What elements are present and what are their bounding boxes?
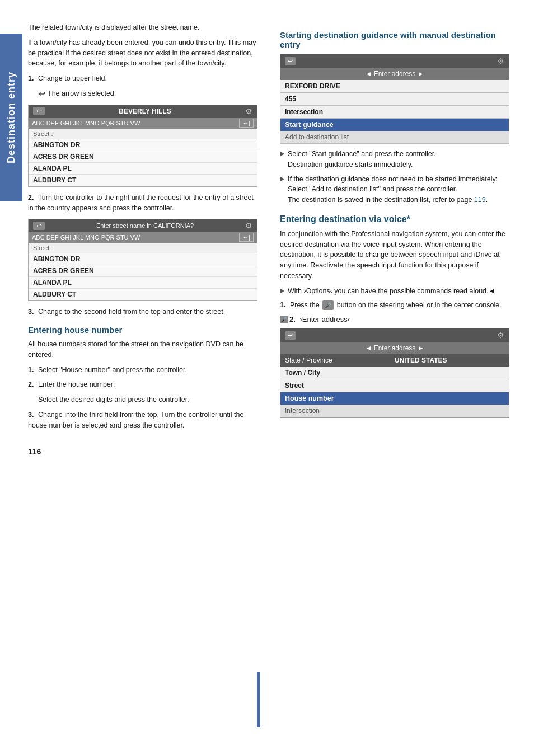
voice-step-1: 1. Press the 🎤 button on the steering wh… — [280, 300, 509, 311]
nav-row-town-city[interactable]: Town / City — [280, 367, 509, 379]
screen-back-btn-1[interactable]: ↩ — [33, 107, 45, 115]
left-column: The related town/city is displayed after… — [28, 22, 269, 456]
keyboard-backspace-1[interactable]: ←| — [239, 119, 254, 128]
nav-screen-2-header: ↩ ⚙ — [280, 328, 509, 342]
intro-p2: If a town/city has already been entered,… — [28, 37, 257, 69]
step-1: 1. Change to upper field. ↩ The arrow is… — [28, 73, 257, 99]
nav-screen-2-center: ◄ Enter address ► — [280, 342, 509, 354]
house-number-steps: 1. Select "House number" and press the c… — [28, 365, 257, 431]
nav-row-intersection[interactable]: Intersection — [280, 106, 509, 119]
screen-list-row-2-0[interactable]: ABINGTON DR — [29, 253, 257, 265]
screen-list-row-2-3[interactable]: ALDBURY CT — [29, 289, 257, 300]
nav-row-house-number[interactable]: House number — [280, 392, 509, 405]
nav-screen-1-header: ↩ ⚙ — [280, 54, 509, 68]
house-step-2: 2. Enter the house number: Select the de… — [28, 379, 257, 405]
options-bullet: With ›Options‹ you can have the possible… — [280, 286, 509, 297]
step-1-arrow-note: ↩ The arrow is selected. — [38, 88, 257, 99]
voice-step-2: 🎤 2. ›Enter address‹ — [280, 315, 509, 323]
step-3: 3. Change to the second field from the t… — [28, 307, 257, 317]
screen-list-row-2-2[interactable]: ALANDA PL — [29, 277, 257, 289]
nav-screen-1-gear[interactable]: ⚙ — [497, 57, 504, 65]
house-step-3: 3. Change into the third field from the … — [28, 410, 257, 431]
screen-widget-1: ↩ BEVERLY HILLS ⚙ ABC DEF GHI JKL MNO PQ… — [28, 105, 257, 187]
screen-street-label-1: Street : — [29, 129, 257, 139]
tri-bullet-1 — [280, 151, 284, 157]
step-2: 2. Turn the controller to the right unti… — [28, 192, 257, 214]
screen-list-row-1-2[interactable]: ALANDA PL — [29, 163, 257, 175]
screen-back-btn-2[interactable]: ↩ — [33, 222, 45, 230]
page-number-bar — [257, 672, 260, 727]
screen-gear-1[interactable]: ⚙ — [245, 107, 252, 116]
voice-p1: In conjunction with the Professional nav… — [280, 229, 509, 281]
screen-keyboard-1: ABC DEF GHI JKL MNO PQR STU VW ←| — [29, 118, 257, 129]
nav-screen-2-state-row: State / Province UNITED STATES — [280, 354, 509, 367]
bullet-1: Select "Start guidance" and press the co… — [280, 149, 509, 170]
nav-screen-1: ↩ ⚙ ◄ Enter address ► REXFORD DRIVE 455 … — [280, 54, 509, 144]
step-2-text: 2. Turn the controller to the right unti… — [28, 192, 257, 214]
screen-list-row-1-0[interactable]: ABINGTON DR — [29, 139, 257, 151]
screen-list-row-1-3[interactable]: ALDBURY CT — [29, 175, 257, 186]
page-number: 116 — [28, 447, 257, 456]
screen-keyboard-2: ABC DEF GHI JKL MNO PQR STU VW ←| — [29, 232, 257, 243]
screen-gear-2[interactable]: ⚙ — [245, 221, 252, 230]
sidebar-label-text: Destination entry — [6, 72, 17, 163]
nav-screen-1-back[interactable]: ↩ — [285, 57, 296, 65]
page-ref-link[interactable]: 119 — [474, 196, 486, 204]
nav-row-rexford[interactable]: REXFORD DRIVE — [280, 80, 509, 93]
step2-icon: 🎤 — [280, 316, 288, 323]
nav-screen-2-gear[interactable]: ⚙ — [497, 331, 504, 340]
screen-title-2: Enter street name in CALIFORNIA? — [96, 222, 194, 229]
nav-screen-2: ↩ ⚙ ◄ Enter address ► State / Province U… — [280, 328, 509, 418]
right-column: Starting destination guidance with manua… — [269, 22, 509, 456]
keyboard-backspace-2[interactable]: ←| — [239, 233, 254, 242]
screen-street-label-2: Street : — [29, 243, 257, 253]
back-arrow-icon: ↩ — [38, 88, 45, 99]
nav-screen-1-center: ◄ Enter address ► — [280, 68, 509, 80]
tri-bullet-options — [280, 288, 284, 294]
nav-row-street[interactable]: Street — [280, 379, 509, 392]
screen-header-2: ↩ Enter street name in CALIFORNIA? ⚙ — [29, 219, 257, 232]
options-text: With ›Options‹ you can have the possible… — [288, 286, 495, 297]
section1-heading: Starting destination guidance with manua… — [280, 30, 509, 49]
nav-row-455[interactable]: 455 — [280, 93, 509, 106]
sidebar-chapter-label: Destination entry — [0, 34, 22, 201]
state-label: State / Province — [285, 356, 395, 364]
bullet-2: If the destination guidance does not nee… — [280, 174, 509, 205]
state-value: UNITED STATES — [395, 356, 504, 364]
tri-bullet-2 — [280, 176, 284, 182]
screen-widget-2: ↩ Enter street name in CALIFORNIA? ⚙ ABC… — [28, 219, 257, 301]
screen-list-row-2-1[interactable]: ACRES DR GREEN — [29, 265, 257, 277]
intro-p1: The related town/city is displayed after… — [28, 22, 257, 33]
mic-icon: 🎤 — [322, 300, 334, 310]
house-step-2-sub: Select the desired digits and press the … — [28, 395, 257, 405]
nav-row-start-guidance[interactable]: Start guidance — [280, 119, 509, 131]
screen-title-1: BEVERLY HILLS — [119, 107, 171, 115]
nav-row-add-dest[interactable]: Add to destination list — [280, 131, 509, 144]
screen-list-row-1-1[interactable]: ACRES DR GREEN — [29, 151, 257, 163]
house-number-heading: Entering house number — [28, 325, 257, 335]
section2-heading: Entering destination via voice* — [280, 214, 509, 224]
screen-header-1: ↩ BEVERLY HILLS ⚙ — [29, 105, 257, 118]
step-3-text: 3. Change to the second field from the t… — [28, 307, 257, 317]
nav-screen-2-back[interactable]: ↩ — [285, 331, 296, 340]
nav-row-intersection2[interactable]: Intersection — [280, 405, 509, 417]
house-step-1: 1. Select "House number" and press the c… — [28, 365, 257, 375]
house-number-p: All house numbers stored for the street … — [28, 339, 257, 360]
step-1-text: 1. Change to upper field. — [28, 73, 257, 84]
